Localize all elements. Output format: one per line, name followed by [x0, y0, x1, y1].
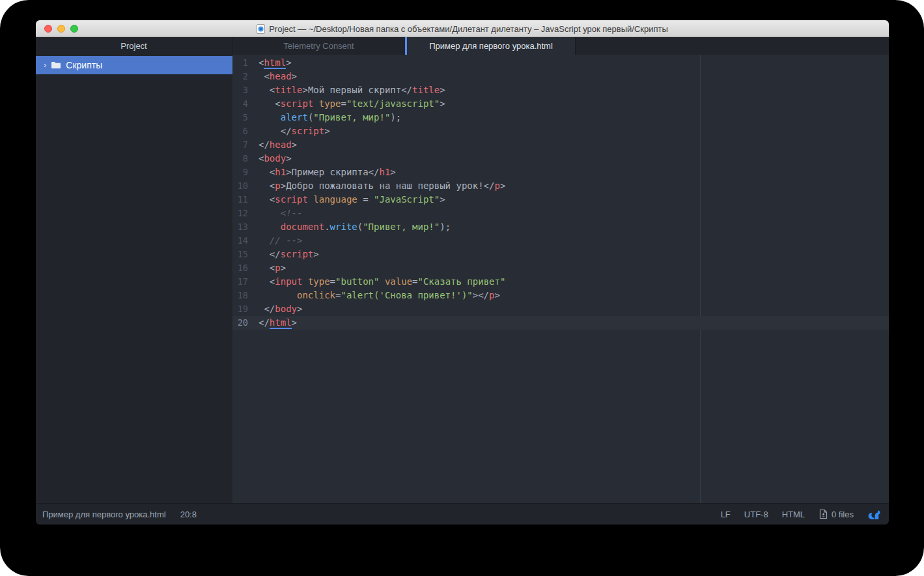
screenshot-backdrop: Project — ~/Desktop/Новая папка с объект… — [0, 0, 924, 576]
line-number[interactable]: 4 — [232, 97, 259, 111]
window-title-area: Project — ~/Desktop/Новая папка с объект… — [36, 20, 889, 37]
folder-icon — [51, 61, 61, 69]
line-number[interactable]: 1 — [232, 56, 259, 70]
token-punc: </ — [484, 180, 495, 191]
token-str: "text/javascript" — [346, 98, 440, 109]
code-line-19[interactable]: 19 </body> — [232, 302, 889, 316]
code-line-20[interactable]: 20</html> — [232, 316, 889, 330]
token-tag: title — [275, 85, 302, 95]
code-text: </html> — [259, 316, 297, 330]
line-number[interactable]: 2 — [232, 70, 259, 83]
token-punc: > — [440, 85, 445, 95]
token-punc: ( — [357, 222, 363, 232]
line-number[interactable]: 9 — [232, 166, 259, 179]
token-tag: h1 — [275, 167, 286, 177]
token-str: "button" — [335, 276, 379, 287]
git-files-count: 0 files — [832, 510, 854, 519]
token-punc: > — [281, 263, 286, 273]
line-number[interactable]: 3 — [232, 83, 259, 97]
status-grammar[interactable]: HTML — [782, 510, 805, 519]
line-number[interactable]: 20 — [232, 316, 259, 330]
code-line-17[interactable]: 17 <input type="button" value="Сказать п… — [232, 275, 889, 289]
line-number[interactable]: 12 — [232, 207, 259, 220]
code-text: <head> — [259, 70, 297, 83]
code-text: <h1>Пример скрипта</h1> — [259, 166, 396, 179]
code-line-11[interactable]: 11 <script language = "JavaScript"> — [232, 193, 889, 207]
token-text: Пример скрипта — [292, 167, 369, 177]
token-punc: > — [286, 57, 291, 68]
code-line-8[interactable]: 8<body> — [232, 152, 889, 166]
code-text: </body> — [259, 302, 302, 316]
header-row: Project Telemetry Consent Пример для пер… — [36, 37, 889, 55]
line-number[interactable]: 11 — [232, 193, 259, 207]
line-number[interactable]: 7 — [232, 138, 259, 152]
token-fn: alert — [281, 112, 308, 122]
code-text: </script> — [259, 248, 319, 261]
project-tree-sidebar[interactable]: › Скрипты — [36, 55, 232, 503]
token-punc: </ — [259, 317, 270, 328]
code-line-16[interactable]: 16 <p> — [232, 261, 889, 275]
line-number[interactable]: 16 — [232, 261, 259, 275]
code-text: <script type="text/javascript"> — [259, 97, 445, 111]
token-punc: ); — [390, 112, 401, 122]
tree-item-skripty[interactable]: › Скрипты — [36, 56, 232, 74]
line-number[interactable]: 8 — [232, 152, 259, 166]
line-number[interactable]: 18 — [232, 289, 259, 302]
token-tag: h1 — [379, 167, 390, 177]
line-number[interactable]: 6 — [232, 124, 259, 138]
line-number[interactable]: 13 — [232, 220, 259, 234]
git-status[interactable]: 0 files — [819, 509, 854, 519]
code-line-1[interactable]: 1<html> — [232, 56, 889, 70]
code-line-9[interactable]: 9 <h1>Пример скрипта</h1> — [232, 166, 889, 179]
status-line-ending[interactable]: LF — [721, 510, 731, 519]
status-encoding[interactable]: UTF-8 — [744, 510, 768, 519]
tab-bar: Telemetry Consent Пример для первого уро… — [232, 37, 889, 55]
tab-telemetry-consent[interactable]: Telemetry Consent — [232, 37, 405, 55]
line-number[interactable]: 14 — [232, 234, 259, 248]
token-text — [259, 290, 297, 300]
token-tag: body — [275, 304, 297, 314]
code-line-14[interactable]: 14 // --> — [232, 234, 889, 248]
code-line-10[interactable]: 10 <p>Добро пожаловать на наш первый уро… — [232, 179, 889, 193]
line-number[interactable]: 10 — [232, 179, 259, 193]
line-number[interactable]: 19 — [232, 302, 259, 316]
code-line-2[interactable]: 2 <head> — [232, 70, 889, 83]
window-titlebar[interactable]: Project — ~/Desktop/Новая папка с объект… — [36, 20, 889, 37]
token-punc: </ — [401, 85, 412, 95]
code-line-15[interactable]: 15 </script> — [232, 248, 889, 261]
token-punc: > — [495, 290, 500, 300]
token-str: "Привет, мир!" — [313, 112, 390, 122]
status-cursor-position[interactable]: 20:8 — [180, 510, 197, 519]
token-tag: script — [292, 126, 325, 136]
token-tag: input — [275, 276, 302, 287]
code-line-5[interactable]: 5 alert("Привет, мир!"); — [232, 111, 889, 124]
token-str: "Привет, мир!" — [363, 222, 440, 232]
code-text: </script> — [259, 124, 330, 138]
code-line-13[interactable]: 13 document.write("Привет, мир!"); — [232, 220, 889, 234]
code-line-4[interactable]: 4 <script type="text/javascript"> — [232, 97, 889, 111]
code-line-3[interactable]: 3 <title>Мой первый скрипт</title> — [232, 83, 889, 97]
token-text — [302, 276, 307, 287]
code-line-18[interactable]: 18 onclick="alert('Снова привет!')"></p> — [232, 289, 889, 302]
token-tag: p — [275, 180, 280, 191]
line-number[interactable]: 15 — [232, 248, 259, 261]
token-attr: type — [308, 276, 330, 287]
squirrel-icon[interactable] — [867, 508, 880, 520]
token-tag: script — [275, 194, 308, 205]
token-str: "alert('Снова привет!')" — [341, 290, 472, 300]
chevron-right-icon[interactable]: › — [44, 61, 46, 69]
token-tag: title — [412, 85, 440, 95]
token-punc: </ — [259, 249, 281, 259]
token-punc: < — [259, 71, 270, 81]
code-line-7[interactable]: 7</head> — [232, 138, 889, 152]
line-number[interactable]: 17 — [232, 275, 259, 289]
token-punc: > — [297, 304, 302, 314]
token-comment: // --> — [259, 235, 302, 246]
tab-primer-uroka[interactable]: Пример для первого урока.html — [405, 37, 576, 55]
code-line-12[interactable]: 12 <!-- — [232, 207, 889, 220]
code-line-6[interactable]: 6 </script> — [232, 124, 889, 138]
line-number[interactable]: 5 — [232, 111, 259, 124]
token-tag: document — [281, 222, 324, 232]
token-tag: head — [270, 71, 292, 81]
code-editor[interactable]: 1<html>2 <head>3 <title>Мой первый скрип… — [232, 55, 889, 503]
